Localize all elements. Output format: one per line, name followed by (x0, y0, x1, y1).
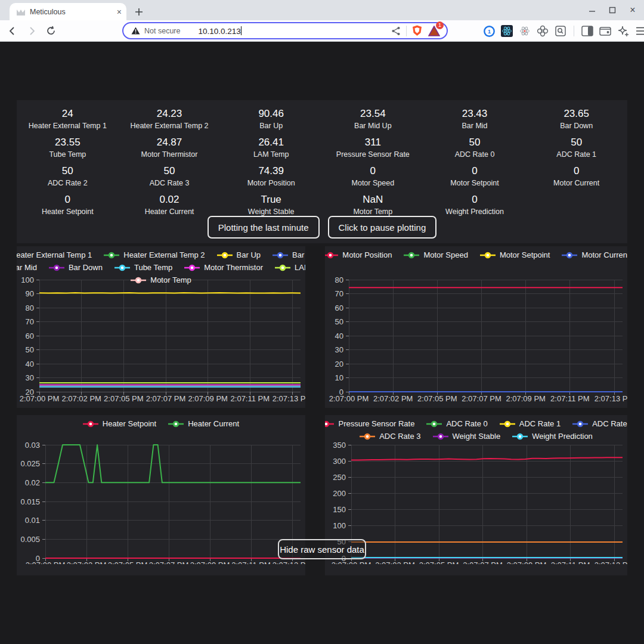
stat-value: 0 (424, 193, 526, 206)
stat-label: Motor Current (525, 178, 627, 188)
stat-value: 90.46 (220, 107, 322, 120)
legend-marker-icon (360, 433, 375, 440)
legend-entry[interactable]: ADC Rate 1 (500, 419, 561, 428)
stat-label: Heater Current (119, 207, 221, 216)
brave-shield-icon[interactable] (412, 25, 422, 36)
pause-plotting-button[interactable]: Click to pause plotting (328, 216, 437, 239)
legend-entry[interactable]: Heater External Temp 2 (104, 250, 205, 259)
chart-heater[interactable]: Heater SetpointHeater Current00.0050.010… (17, 415, 305, 575)
legend-marker-icon (512, 433, 528, 440)
legend-entry[interactable]: Motor Temp (131, 275, 191, 284)
stat-label: Motor Thermistor (119, 150, 221, 159)
legend-marker-icon (275, 264, 290, 271)
tab-close-icon[interactable]: × (117, 7, 122, 17)
legend-label: Bar Down (69, 263, 103, 272)
url-text[interactable]: 10.10.0.213 (198, 26, 241, 36)
svg-text:2:07:09 PM: 2:07:09 PM (507, 561, 547, 564)
svg-text:80: 80 (335, 275, 343, 284)
legend-marker-icon (426, 420, 442, 428)
onepassword-icon[interactable]: 1 (482, 24, 496, 38)
sidebar-toggle-icon[interactable] (580, 24, 595, 38)
share-icon[interactable] (391, 26, 401, 36)
legend-entry[interactable]: Motor Current (562, 250, 627, 259)
svg-text:2:07:02 PM: 2:07:02 PM (373, 394, 413, 403)
legend-label: Bar Mid (17, 263, 37, 272)
close-button[interactable]: × (627, 5, 638, 16)
legend-entry[interactable]: Bar Down (49, 263, 103, 272)
chart-rates-weight[interactable]: Pressure Sensor RateADC Rate 0ADC Rate 1… (325, 415, 627, 575)
svg-text:2:07:11 PM: 2:07:11 PM (551, 561, 590, 564)
react-devtools-icon[interactable] (500, 24, 514, 38)
stat-cell: 50ADC Rate 0 (424, 136, 526, 159)
stat-label: Bar Mid (424, 121, 526, 131)
legend-entry[interactable]: LAM Temp (275, 263, 305, 272)
svg-text:2:07:13 PM: 2:07:13 PM (273, 561, 305, 564)
legend-label: Heater External Temp 2 (123, 250, 205, 259)
stat-label: Motor Position (220, 178, 322, 188)
chart-motor[interactable]: Motor PositionMotor SpeedMotor SetpointM… (325, 246, 627, 408)
legend-entry[interactable]: Motor Thermistor (184, 263, 263, 272)
legend-label: Motor Speed (423, 250, 467, 259)
leo-ai-sparkle-icon[interactable] (616, 24, 630, 38)
wallet-icon[interactable] (598, 24, 612, 38)
legend-entry[interactable]: Motor Setpoint (480, 250, 550, 259)
stat-value: NaN (322, 193, 424, 206)
reload-button[interactable] (43, 23, 58, 39)
legend-entry[interactable]: Heater Current (168, 419, 239, 428)
extension-flower-icon[interactable] (535, 24, 550, 38)
minimize-button[interactable] (587, 5, 597, 16)
legend-label: Motor Current (581, 250, 627, 259)
chart-plot: 00.0050.010.0150.020.0250.032:07:00 PM2:… (17, 438, 305, 564)
legend-entry[interactable]: Bar Mid Up (273, 250, 305, 259)
stat-value: 23.55 (17, 136, 119, 148)
stat-cell: 26.41LAM Temp (220, 136, 322, 159)
plot-controls: Plotting the last minute Click to pause … (17, 216, 627, 239)
legend-entry[interactable]: Heater Setpoint (83, 419, 156, 428)
chart-temperatures[interactable]: Heater External Temp 1Heater External Te… (17, 246, 305, 408)
svg-text:60: 60 (335, 304, 343, 312)
address-bar[interactable]: Not secure 10.10.0.213 1 (122, 22, 448, 39)
extensions-area: 1 (482, 24, 644, 38)
stat-cell: 50ADC Rate 2 (17, 165, 119, 188)
plot-range-button[interactable]: Plotting the last minute (208, 216, 320, 239)
stat-value: 0 (322, 165, 424, 177)
stat-cell: 50ADC Rate 3 (119, 165, 221, 188)
menu-icon[interactable] (634, 24, 644, 38)
svg-text:30: 30 (26, 373, 34, 382)
svg-text:90: 90 (26, 289, 34, 298)
legend-entry[interactable]: Pressure Sensor Rate (325, 419, 414, 428)
svg-text:2:07:00 PM: 2:07:00 PM (329, 394, 369, 403)
atom-extension-icon[interactable] (518, 24, 532, 38)
legend-entry[interactable]: Tube Temp (114, 263, 172, 272)
stat-cell: 23.54Bar Mid Up (322, 107, 424, 131)
legend-entry[interactable]: Weight Stable (433, 432, 501, 441)
stat-value: 26.41 (220, 136, 322, 148)
svg-text:0.02: 0.02 (25, 478, 40, 487)
browser-tab[interactable]: Meticulous × (10, 3, 126, 20)
new-tab-button[interactable] (132, 5, 145, 18)
legend-entry[interactable]: Motor Position (325, 250, 392, 259)
legend-entry[interactable]: Bar Up (217, 250, 261, 259)
legend-entry[interactable]: ADC Rate 3 (360, 432, 420, 441)
svg-text:2:07:13 PM: 2:07:13 PM (273, 394, 305, 403)
legend-entry[interactable]: Heater External Temp 1 (17, 250, 92, 259)
hide-raw-sensor-data-button[interactable]: Hide raw sensor data (278, 539, 366, 559)
svg-text:10: 10 (335, 373, 343, 382)
back-button[interactable] (5, 23, 20, 39)
legend-entry[interactable]: Weight Prediction (512, 432, 593, 441)
maximize-button[interactable] (607, 5, 618, 16)
legend-entry[interactable]: Motor Speed (404, 250, 467, 259)
legend-label: ADC Rate 3 (379, 432, 420, 441)
legend-entry[interactable]: ADC Rate 0 (426, 419, 487, 428)
legend-label: Pressure Sensor Rate (338, 419, 414, 428)
chart-legend: Heater SetpointHeater Current (17, 417, 305, 430)
stat-cell: 90.46Bar Up (220, 107, 322, 131)
adblock-triangle-icon[interactable]: 1 (428, 24, 441, 38)
find-on-page-icon[interactable] (553, 24, 568, 38)
legend-entry[interactable]: Bar Mid (17, 263, 37, 272)
forward-button[interactable] (24, 23, 39, 39)
legend-entry[interactable]: ADC Rate 2 (572, 419, 627, 428)
legend-label: ADC Rate 1 (519, 419, 561, 428)
security-label: Not secure (144, 27, 180, 35)
svg-text:70: 70 (26, 317, 34, 326)
